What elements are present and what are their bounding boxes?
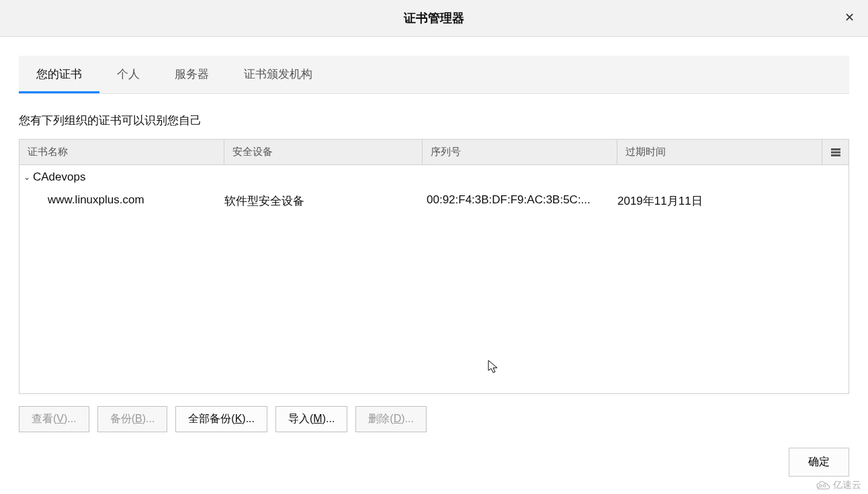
table-header: 证书名称 安全设备 序列号 过期时间 bbox=[19, 140, 849, 165]
col-header-serial[interactable]: 序列号 bbox=[423, 140, 617, 164]
tab-bar: 您的证书 个人 服务器 证书颁发机构 bbox=[19, 56, 849, 94]
cell-security-device: 软件型安全设备 bbox=[224, 193, 423, 209]
col-header-expiration[interactable]: 过期时间 bbox=[617, 140, 822, 164]
import-button[interactable]: 导入(M)... bbox=[275, 406, 347, 432]
table-body: ⌄ CAdevops www.linuxplus.com 软件型安全设备 00:… bbox=[19, 165, 849, 213]
svg-rect-0 bbox=[831, 148, 840, 150]
chevron-down-icon: ⌄ bbox=[24, 172, 30, 182]
tab-server[interactable]: 服务器 bbox=[157, 56, 226, 93]
tab-description: 您有下列组织的证书可以识别您自己 bbox=[19, 113, 849, 128]
window-title: 证书管理器 bbox=[404, 10, 464, 26]
tree-group-row[interactable]: ⌄ CAdevops bbox=[19, 165, 849, 189]
tab-your-certs[interactable]: 您的证书 bbox=[19, 56, 99, 93]
close-icon[interactable]: ✕ bbox=[842, 11, 856, 24]
svg-rect-2 bbox=[831, 154, 840, 156]
watermark: 亿速云 bbox=[816, 479, 861, 491]
column-picker-icon[interactable] bbox=[822, 140, 849, 164]
cell-serial: 00:92:F4:3B:DF:F9:AC:3B:5C:... bbox=[423, 193, 617, 209]
col-header-device[interactable]: 安全设备 bbox=[224, 140, 423, 164]
watermark-text: 亿速云 bbox=[833, 479, 861, 491]
ok-button[interactable]: 确定 bbox=[789, 448, 849, 477]
tab-ca[interactable]: 证书颁发机构 bbox=[226, 56, 330, 93]
tab-personal[interactable]: 个人 bbox=[99, 56, 157, 93]
content-area: 您的证书 个人 服务器 证书颁发机构 您有下列组织的证书可以识别您自己 证书名称… bbox=[0, 37, 868, 494]
tree-group-label: CAdevops bbox=[33, 170, 85, 184]
action-button-row: 查看(V)... 备份(B)... 全部备份(K)... 导入(M)... 删除… bbox=[19, 406, 849, 432]
backup-all-button[interactable]: 全部备份(K)... bbox=[175, 406, 267, 432]
backup-button[interactable]: 备份(B)... bbox=[97, 406, 168, 432]
table-row[interactable]: www.linuxplus.com 软件型安全设备 00:92:F4:3B:DF… bbox=[19, 189, 849, 213]
col-header-name[interactable]: 证书名称 bbox=[19, 140, 224, 164]
ok-row: 确定 bbox=[789, 448, 849, 477]
svg-point-3 bbox=[820, 485, 822, 487]
title-bar: 证书管理器 ✕ bbox=[0, 0, 868, 37]
svg-rect-1 bbox=[831, 151, 840, 153]
view-button[interactable]: 查看(V)... bbox=[19, 406, 89, 432]
cell-cert-name: www.linuxplus.com bbox=[19, 193, 224, 209]
cloud-icon bbox=[816, 481, 830, 490]
delete-button[interactable]: 删除(D)... bbox=[355, 406, 427, 432]
cell-expiration: 2019年11月11日 bbox=[617, 193, 849, 209]
svg-point-4 bbox=[823, 485, 825, 487]
cert-table: 证书名称 安全设备 序列号 过期时间 ⌄ CAdevops www.linuxp… bbox=[19, 139, 849, 394]
